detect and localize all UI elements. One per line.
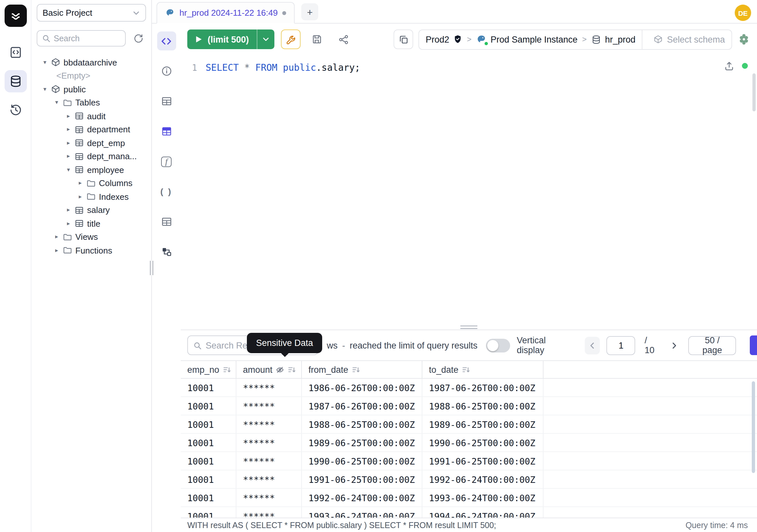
table-data-panel-button[interactable]	[157, 122, 176, 141]
page-number-input[interactable]	[607, 336, 636, 355]
caret-right-icon[interactable]: ▸	[66, 127, 71, 133]
page-size-select[interactable]: 50 / page	[688, 336, 736, 355]
table-icon	[75, 125, 84, 134]
sidebar-resize-handle[interactable]	[150, 261, 153, 275]
sql-code-line: SELECT * FROM public.salary;	[206, 62, 360, 324]
tree-item-tables[interactable]: ▾ Tables	[37, 96, 146, 110]
table-row[interactable]: 10001******1993-06-24T00:00:00Z1994-06-2…	[181, 507, 757, 517]
table-row[interactable]: 10001******1987-06-26T00:00:00Z1988-06-2…	[181, 397, 757, 415]
caret-right-icon[interactable]: ▸	[77, 180, 83, 186]
database-icon	[9, 75, 22, 88]
tables-panel-button[interactable]	[157, 92, 176, 111]
column-header-amount[interactable]: amount	[236, 361, 302, 378]
column-header-emp-no[interactable]: emp_no	[181, 361, 236, 378]
caret-down-icon[interactable]: ▾	[42, 86, 48, 92]
tree-item-views[interactable]: ▸ Views	[37, 230, 146, 244]
save-icon	[311, 33, 323, 45]
sort-icon[interactable]	[288, 365, 296, 374]
panel-splitter[interactable]	[181, 324, 757, 330]
next-page-button[interactable]	[667, 336, 682, 354]
schema-selector[interactable]: Select schema	[647, 34, 732, 44]
tree-item-functions[interactable]: ▸ Functions	[37, 244, 146, 257]
database-nav-button[interactable]	[4, 70, 26, 92]
tree-item-employee[interactable]: ▾ employee	[37, 163, 146, 176]
history-nav-button[interactable]	[4, 99, 26, 121]
editor-scrollbar[interactable]	[752, 73, 756, 111]
caret-right-icon[interactable]: ▸	[54, 234, 60, 240]
table-icon	[161, 96, 172, 107]
caret-right-icon[interactable]: ▸	[66, 221, 71, 227]
column-header-to-date[interactable]: to_date	[422, 361, 544, 378]
logo-icon	[9, 9, 22, 22]
results-expand-button[interactable]	[750, 335, 757, 355]
sheet-panel-button[interactable]	[157, 212, 176, 231]
info-button[interactable]	[157, 62, 176, 80]
table-row[interactable]: 10001******1986-06-26T00:00:00Z1987-06-2…	[181, 379, 757, 397]
refresh-button[interactable]	[130, 30, 146, 46]
environment-item[interactable]: Prod2	[426, 34, 462, 44]
column-header-from-date[interactable]: from_date	[302, 361, 422, 378]
folder-icon	[86, 179, 96, 188]
new-tab-button[interactable]: +	[301, 3, 318, 20]
caret-down-icon[interactable]: ▾	[54, 100, 60, 106]
save-sheet-button[interactable]	[307, 29, 327, 49]
history-icon	[9, 104, 22, 117]
tree-item-salary[interactable]: ▸ salary	[37, 203, 146, 217]
app-logo[interactable]	[4, 5, 26, 27]
prev-page-button[interactable]	[585, 336, 600, 354]
export-sheet-button[interactable]	[724, 60, 735, 72]
sql-editor[interactable]: 1 SELECT * FROM public.salary;	[181, 55, 757, 324]
run-query-button[interactable]: (limit 500)	[187, 29, 257, 49]
tree-item-columns[interactable]: ▸ Columns	[37, 176, 146, 190]
ai-assistant-button[interactable]	[737, 33, 750, 46]
caret-right-icon[interactable]: ▸	[77, 194, 83, 200]
tree-item-indexes[interactable]: ▸ Indexes	[37, 190, 146, 203]
schema-diagram-button[interactable]	[157, 242, 176, 262]
tree-item-dept-manager[interactable]: ▸ dept_mana...	[37, 150, 146, 163]
project-selector[interactable]: Basic Project	[37, 4, 146, 22]
tree-item-audit[interactable]: ▸ audit	[37, 110, 146, 123]
sql-editor-mode-button[interactable]	[157, 31, 176, 50]
caret-right-icon[interactable]: ▸	[66, 207, 71, 213]
share-button[interactable]	[333, 29, 353, 49]
table-row[interactable]: 10001******1990-06-25T00:00:00Z1991-06-2…	[181, 452, 757, 470]
sidebar-search-input[interactable]	[54, 34, 120, 43]
tab-hr-prod[interactable]: hr_prod 2024-11-22 16:49	[157, 2, 295, 24]
cell-filler	[544, 489, 757, 507]
functions-panel-button[interactable]: f	[157, 152, 176, 171]
caret-right-icon[interactable]: ▸	[66, 113, 71, 119]
sidebar-search[interactable]	[37, 30, 126, 47]
breadcrumb-separator: >	[467, 35, 471, 44]
run-options-button[interactable]	[257, 29, 274, 49]
sort-icon[interactable]	[462, 365, 470, 374]
tree-item-dept-emp[interactable]: ▸ dept_emp	[37, 136, 146, 150]
caret-down-icon[interactable]: ▾	[66, 167, 71, 173]
tree-item-department[interactable]: ▸ department	[37, 123, 146, 136]
caret-down-icon[interactable]: ▾	[42, 60, 48, 66]
tree-item-title[interactable]: ▸ title	[37, 217, 146, 230]
results-scrollbar[interactable]	[752, 381, 755, 473]
caret-right-icon[interactable]: ▸	[54, 248, 60, 254]
splitter-grip-icon[interactable]	[460, 326, 477, 329]
table-row[interactable]: 10001******1989-06-25T00:00:00Z1990-06-2…	[181, 434, 757, 452]
eye-off-icon[interactable]	[276, 365, 284, 374]
sort-icon[interactable]	[223, 365, 231, 374]
database-item[interactable]: hr_prod	[591, 34, 636, 44]
sql-schema: public	[283, 62, 316, 73]
table-row[interactable]: 10001******1988-06-25T00:00:00Z1989-06-2…	[181, 415, 757, 434]
procedures-panel-button[interactable]: ( )	[157, 182, 176, 201]
schema-package-icon	[654, 35, 663, 44]
caret-right-icon[interactable]: ▸	[66, 140, 71, 146]
worksheet-nav-button[interactable]	[4, 41, 26, 64]
table-row[interactable]: 10001******1992-06-24T00:00:00Z1993-06-2…	[181, 489, 757, 507]
tree-item-bbdataarchive[interactable]: ▾ bbdataarchive	[37, 56, 146, 69]
user-avatar[interactable]: DE	[735, 5, 751, 21]
caret-right-icon[interactable]: ▸	[66, 154, 71, 160]
sort-icon[interactable]	[352, 365, 360, 374]
tree-item-public[interactable]: ▾ public	[37, 82, 146, 96]
table-row[interactable]: 10001******1991-06-25T00:00:00Z1992-06-2…	[181, 470, 757, 489]
batch-query-button[interactable]	[394, 29, 413, 49]
instance-item[interactable]: Prod Sample Instance	[476, 34, 578, 45]
vertical-display-toggle[interactable]	[486, 338, 510, 352]
admin-wrench-button[interactable]	[281, 29, 301, 49]
